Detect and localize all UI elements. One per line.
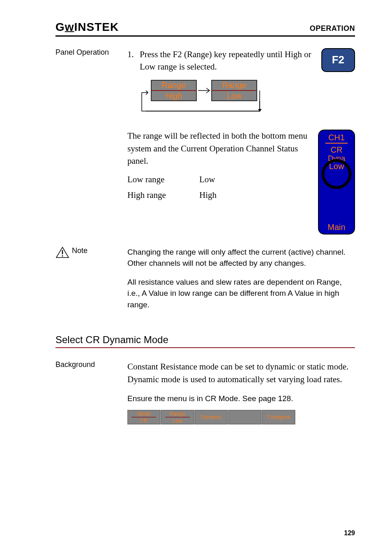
range-label-2: Range <box>222 81 247 90</box>
note-p2: All resistance values and slew rates are… <box>127 276 355 311</box>
high-range-val: High <box>199 189 217 201</box>
step-number: 1. <box>127 48 140 73</box>
high-range-label: High range <box>127 189 199 201</box>
svg-rect-24 <box>228 410 261 424</box>
menu-strip: Mode CR Range Low Dynamic Configure <box>127 409 355 429</box>
svg-text:CH1: CH1 <box>328 133 345 142</box>
note-p1: Changing the range will only affect the … <box>127 246 355 269</box>
svg-text:Range: Range <box>170 411 185 417</box>
svg-text:CR: CR <box>140 418 148 424</box>
svg-point-13 <box>62 255 63 256</box>
f2-key: F2 <box>321 48 355 72</box>
svg-text:Low: Low <box>173 418 182 424</box>
note-label: Note <box>72 246 88 255</box>
low-range-val: Low <box>199 173 215 186</box>
background-label: Background <box>55 360 127 429</box>
channel-status-panel: CH1 CR Dyna Low Main <box>318 130 355 238</box>
ensure-text: Ensure the menu is in CR Mode. See page … <box>127 393 355 404</box>
heading-rule <box>55 347 355 348</box>
reflect-text: The range will be reflected in both the … <box>127 130 310 167</box>
range-low: Low <box>227 91 242 100</box>
svg-text:Configure: Configure <box>267 414 290 420</box>
background-text: Constant Resistance mode can be set to d… <box>127 360 355 385</box>
brand-logo: GwINSTEK <box>55 21 119 34</box>
svg-text:CR: CR <box>331 145 343 154</box>
range-label: Range <box>162 81 186 90</box>
panel-operation-label: Panel Operation <box>55 48 127 238</box>
section-label: OPERATION <box>310 24 355 33</box>
range-toggle-diagram: Range High Range Low <box>140 78 355 121</box>
range-high: High <box>165 91 182 100</box>
warning-icon <box>55 246 69 259</box>
svg-text:Dynamic: Dynamic <box>201 414 222 420</box>
low-range-label: Low range <box>127 173 199 186</box>
page-number: 129 <box>344 529 355 537</box>
step-text: Press the F2 (Range) key repeatedly unti… <box>140 48 313 73</box>
svg-text:Mode: Mode <box>137 411 151 417</box>
svg-text:Main: Main <box>327 223 345 232</box>
cr-dynamic-heading: Select CR Dynamic Mode <box>55 334 355 346</box>
